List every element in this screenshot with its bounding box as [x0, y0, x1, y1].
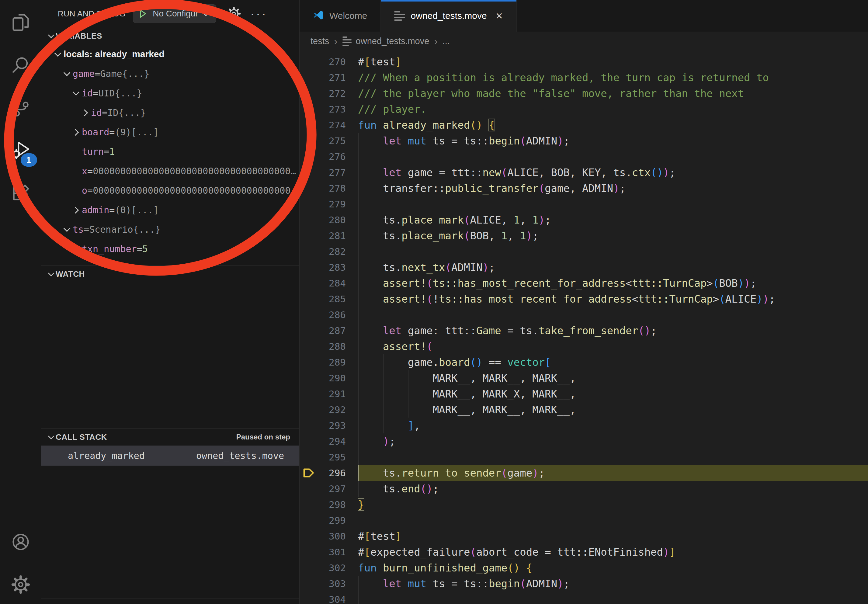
variable-row[interactable]: admin = (0)[...]	[41, 200, 299, 220]
gutter-glyph[interactable]	[299, 513, 318, 528]
gutter-glyph[interactable]	[299, 228, 318, 244]
code-line[interactable]: 286	[299, 307, 868, 323]
gutter-glyph[interactable]	[299, 323, 318, 339]
line-content[interactable]: let mut ts = ts::begin(ADMIN);	[358, 133, 868, 149]
variable-row[interactable]: turn = 1	[41, 142, 299, 161]
line-content[interactable]: /// player.	[358, 101, 868, 117]
line-content[interactable]: assert!(!ts::has_most_recent_for_address…	[358, 291, 868, 307]
code-line[interactable]: 290 MARK__, MARK__, MARK__,	[299, 370, 868, 386]
tab-owned-tests-move[interactable]: owned_tests.move✕	[381, 0, 516, 32]
line-number[interactable]: 276	[318, 149, 346, 164]
gutter-glyph[interactable]	[299, 275, 318, 291]
code-line[interactable]: 270#[test]	[299, 54, 868, 70]
gutter-glyph[interactable]	[299, 386, 318, 402]
line-content[interactable]: #[test]	[358, 54, 868, 70]
line-content[interactable]: #[expected_failure(abort_code = ttt::ENo…	[358, 544, 868, 560]
source-control-icon[interactable]	[7, 94, 35, 122]
code-line[interactable]: 272/// the player who made the "false" m…	[299, 85, 868, 101]
breadcrumb-item[interactable]: ...	[443, 36, 450, 46]
gutter-glyph[interactable]	[299, 244, 318, 259]
more-actions-icon[interactable]: ···	[250, 8, 267, 20]
code-line[interactable]: 288 assert!(	[299, 339, 868, 354]
line-number[interactable]: 273	[318, 101, 346, 117]
gutter-glyph[interactable]	[299, 434, 318, 449]
line-number[interactable]: 270	[318, 54, 346, 70]
line-number[interactable]: 274	[318, 117, 346, 133]
gutter-glyph[interactable]	[299, 54, 318, 70]
gutter-glyph[interactable]	[299, 133, 318, 149]
line-content[interactable]: ts.end();	[358, 481, 868, 497]
line-number[interactable]: 292	[318, 402, 346, 418]
code-line[interactable]: 296 ts.return_to_sender(game);	[299, 465, 868, 481]
code-line[interactable]: 289 game.board() == vector[	[299, 354, 868, 370]
line-number[interactable]: 278	[318, 180, 346, 196]
breadcrumb-item[interactable]: tests	[310, 36, 329, 46]
gutter-glyph[interactable]	[299, 149, 318, 164]
code-editor[interactable]: 270#[test]271/// When a position is alre…	[299, 50, 868, 604]
code-line[interactable]: 303 let mut ts = ts::begin(ADMIN);	[299, 576, 868, 592]
line-number[interactable]: 300	[318, 528, 346, 544]
code-line[interactable]: 299	[299, 513, 868, 528]
code-line[interactable]: 276	[299, 149, 868, 164]
code-line[interactable]: 300#[test]	[299, 528, 868, 544]
line-number[interactable]: 275	[318, 133, 346, 149]
debug-config-dropdown[interactable]: No Configur	[133, 4, 216, 23]
code-line[interactable]: 292 MARK__, MARK__, MARK__,	[299, 402, 868, 418]
line-number[interactable]: 280	[318, 212, 346, 228]
tab-welcome[interactable]: Welcome	[299, 0, 381, 32]
run-and-debug-icon[interactable]: 1	[7, 136, 35, 164]
code-line[interactable]: 281 ts.place_mark(BOB, 1, 1);	[299, 228, 868, 244]
line-content[interactable]: }	[358, 497, 868, 513]
line-number[interactable]: 288	[318, 339, 346, 354]
line-number[interactable]: 279	[318, 196, 346, 212]
line-content[interactable]	[358, 449, 868, 465]
line-number[interactable]: 272	[318, 85, 346, 101]
line-content[interactable]: /// When a position is already marked, t…	[358, 70, 868, 85]
watch-section-header[interactable]: WATCH	[41, 265, 299, 283]
variable-row[interactable]: x = 000000000000000000000000000000000000…	[41, 161, 299, 181]
explorer-icon[interactable]	[7, 9, 35, 37]
gutter-glyph[interactable]	[299, 339, 318, 354]
line-number[interactable]: 282	[318, 244, 346, 259]
code-line[interactable]: 271/// When a position is already marked…	[299, 70, 868, 85]
account-icon[interactable]	[7, 528, 35, 556]
code-line[interactable]: 298}	[299, 497, 868, 513]
gutter-glyph[interactable]	[299, 465, 318, 481]
line-content[interactable]: ts.place_mark(ALICE, 1, 1);	[358, 212, 868, 228]
gutter-glyph[interactable]	[299, 101, 318, 117]
gutter-glyph[interactable]	[299, 544, 318, 560]
debug-settings-gear-icon[interactable]	[226, 6, 241, 21]
code-line[interactable]: 278 transfer::public_transfer(game, ADMI…	[299, 180, 868, 196]
line-content[interactable]: ],	[358, 418, 868, 434]
code-line[interactable]: 297 ts.end();	[299, 481, 868, 497]
gutter-glyph[interactable]	[299, 418, 318, 434]
gutter-glyph[interactable]	[299, 560, 318, 576]
code-line[interactable]: 291 MARK__, MARK_X, MARK__,	[299, 386, 868, 402]
line-number[interactable]: 304	[318, 592, 346, 604]
line-number[interactable]: 298	[318, 497, 346, 513]
search-icon[interactable]	[7, 51, 35, 79]
line-content[interactable]: MARK__, MARK__, MARK__,	[358, 402, 868, 418]
variable-row[interactable]: game = Game{...}	[41, 64, 299, 83]
line-number[interactable]: 302	[318, 560, 346, 576]
gutter-glyph[interactable]	[299, 291, 318, 307]
gutter-glyph[interactable]	[299, 307, 318, 323]
gutter-glyph[interactable]	[299, 164, 318, 180]
code-line[interactable]: 277 let game = ttt::new(ALICE, BOB, KEY,…	[299, 164, 868, 180]
line-content[interactable]: MARK__, MARK_X, MARK__,	[358, 386, 868, 402]
call-stack-frame[interactable]: already_markedowned_tests.move	[41, 446, 299, 466]
variables-section-header[interactable]: VARIABLES	[41, 27, 299, 44]
gutter-glyph[interactable]	[299, 402, 318, 418]
line-number[interactable]: 285	[318, 291, 346, 307]
code-line[interactable]: 294 );	[299, 434, 868, 449]
line-number[interactable]: 277	[318, 164, 346, 180]
line-content[interactable]	[358, 513, 868, 528]
gutter-glyph[interactable]	[299, 212, 318, 228]
gutter-glyph[interactable]	[299, 576, 318, 592]
line-number[interactable]: 297	[318, 481, 346, 497]
line-content[interactable]	[358, 149, 868, 164]
line-content[interactable]: transfer::public_transfer(game, ADMIN);	[358, 180, 868, 196]
line-content[interactable]	[358, 196, 868, 212]
gutter-glyph[interactable]	[299, 117, 318, 133]
line-number[interactable]: 290	[318, 370, 346, 386]
